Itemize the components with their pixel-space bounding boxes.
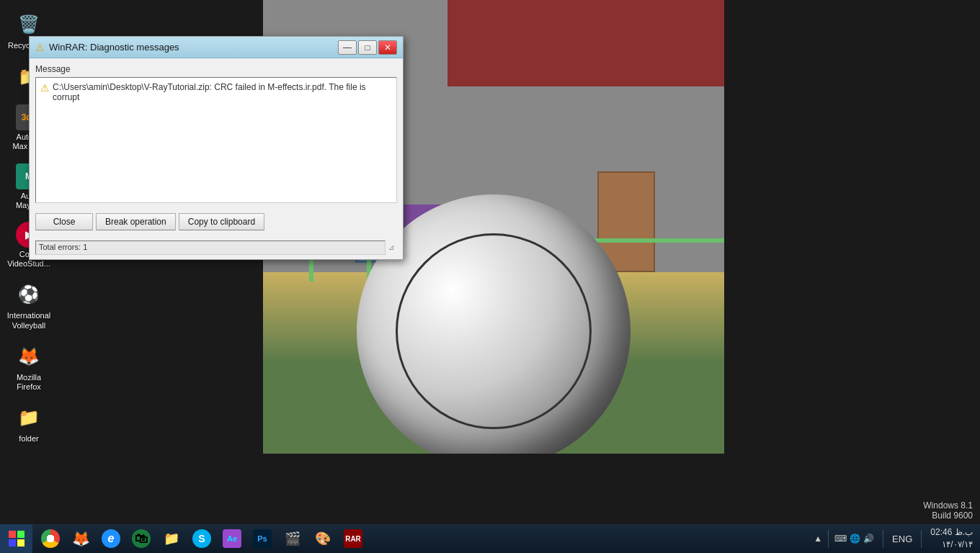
- taskbar-ie-icon[interactable]: e: [97, 524, 125, 553]
- taskbar-store-icon[interactable]: 🛍: [127, 524, 156, 553]
- ie-logo: e: [102, 529, 120, 548]
- ps-logo: Ps: [253, 529, 272, 548]
- taskbar-studio-icon[interactable]: 🎬: [278, 524, 307, 553]
- explorer-logo: 📁: [162, 529, 181, 548]
- taskbar-winrar-icon[interactable]: RAR: [339, 524, 368, 553]
- message-area[interactable]: ⚠ C:\Users\amin\Desktop\V-RayTutorial.zi…: [35, 77, 397, 203]
- clock-area[interactable]: 02:46 ب.ظ ۱۴/۰۷/۱۴: [930, 526, 973, 551]
- dialog-status-bar: Total errors: 1 ⊿: [30, 236, 403, 259]
- tray-expand-icon[interactable]: ▲: [814, 534, 822, 544]
- clock-time: 02:46 ب.ظ: [930, 526, 973, 539]
- folder2-icon: 📁: [14, 403, 43, 432]
- firefox-icon: 🦊: [14, 342, 43, 371]
- clock-date: ۱۴/۰۷/۱۴: [930, 539, 973, 551]
- volleyball-icon: ⚽: [14, 280, 43, 309]
- system-tray: ▲ ⌨ 🌐 🔊 ENG 02:46 ب.ظ ۱۴/۰۷/۱۴: [806, 524, 980, 553]
- message-row: ⚠ C:\Users\amin\Desktop\V-RayTutorial.zi…: [40, 82, 392, 102]
- break-operation-button[interactable]: Break operation: [96, 213, 176, 230]
- folder2-label: folder: [19, 434, 39, 444]
- copy-clipboard-button[interactable]: Copy to clipboard: [179, 213, 264, 230]
- dialog-content: Message ⚠ C:\Users\amin\Desktop\V-RayTut…: [30, 58, 403, 209]
- dialog-controls: — □ ✕: [338, 40, 397, 55]
- network-icon[interactable]: 🌐: [850, 534, 860, 544]
- desktop: 🗑️ Recycle Bin 📁 3ds AutodeMax 20... M A…: [0, 0, 980, 553]
- dialog-warning-icon: ⚠: [35, 42, 45, 53]
- firefox-label: Mozilla Firefox: [6, 373, 51, 392]
- taskbar-ps-icon[interactable]: Ps: [248, 524, 277, 553]
- volume-icon[interactable]: 🔊: [863, 534, 874, 544]
- taskbar-ae-icon[interactable]: Ae: [218, 524, 246, 553]
- dialog-restore-button[interactable]: □: [358, 40, 377, 55]
- logo-q1: [9, 531, 16, 538]
- windows-build-text: Build 9600: [923, 511, 973, 521]
- dialog-minimize-button[interactable]: —: [338, 40, 357, 55]
- windows-version-info: Windows 8.1 Build 9600: [923, 500, 973, 521]
- winrar-dialog: ⚠ WinRAR: Diagnostic messages — □ ✕ Mess…: [29, 36, 404, 260]
- taskbar-explorer-icon[interactable]: 📁: [157, 524, 186, 553]
- dialog-close-button[interactable]: ✕: [378, 40, 397, 55]
- taskbar-chrome-icon[interactable]: [36, 524, 65, 553]
- status-text: Total errors: 1: [35, 240, 386, 255]
- dialog-title-text: WinRAR: Diagnostic messages: [49, 42, 338, 53]
- logo-q4: [17, 539, 24, 547]
- recycle-bin-icon: 🗑️: [14, 10, 43, 39]
- taskbar-skype-icon[interactable]: S: [187, 524, 216, 553]
- close-button[interactable]: Close: [35, 213, 93, 230]
- volleyball-label: InternationalVolleyball: [7, 311, 51, 330]
- dialog-buttons-area: Close Break operation Copy to clipboard: [30, 209, 403, 236]
- logo-q2: [17, 531, 24, 538]
- language-indicator[interactable]: ENG: [892, 534, 912, 544]
- store-logo: 🛍: [132, 529, 151, 548]
- skype-logo: S: [192, 529, 211, 548]
- paint-logo: 🎨: [313, 529, 332, 548]
- desktop-icon-folder2[interactable]: 📁 folder: [4, 400, 54, 446]
- windows-version-text: Windows 8.1: [923, 500, 973, 511]
- windows-logo-icon: [9, 531, 24, 547]
- message-text: C:\Users\amin\Desktop\V-RayTutorial.zip:…: [53, 82, 392, 102]
- taskbar: 🦊 e 🛍 📁 S Ae Ps 🎬: [0, 524, 980, 553]
- lang-divider: [921, 530, 922, 548]
- keyboard-icon[interactable]: ⌨: [834, 534, 847, 544]
- taskbar-paint-icon[interactable]: 🎨: [308, 524, 337, 553]
- clock-divider: [883, 530, 883, 548]
- tray-divider: [828, 530, 829, 548]
- taskbar-firefox-icon[interactable]: 🦊: [66, 524, 95, 553]
- start-button[interactable]: [0, 524, 32, 553]
- dialog-overlay: ⚠ WinRAR: Diagnostic messages — □ ✕ Mess…: [29, 36, 404, 260]
- message-column-header: Message: [35, 64, 397, 74]
- winrar-logo: RAR: [344, 529, 362, 548]
- tray-icons: ▲ ⌨ 🌐 🔊: [814, 530, 874, 548]
- taskbar-icons-area: 🦊 e 🛍 📁 S Ae Ps 🎬: [32, 524, 806, 553]
- resize-handle[interactable]: ⊿: [388, 243, 397, 252]
- desktop-icon-firefox[interactable]: 🦊 Mozilla Firefox: [4, 339, 54, 395]
- desktop-icon-volleyball[interactable]: ⚽ InternationalVolleyball: [4, 277, 54, 333]
- studio-logo: 🎬: [283, 529, 302, 548]
- logo-q3: [9, 539, 16, 547]
- firefox-logo: 🦊: [71, 529, 90, 548]
- dialog-titlebar: ⚠ WinRAR: Diagnostic messages — □ ✕: [30, 37, 403, 58]
- chrome-logo: [41, 529, 60, 548]
- ae-logo: Ae: [223, 529, 241, 548]
- message-warning-icon: ⚠: [40, 82, 50, 94]
